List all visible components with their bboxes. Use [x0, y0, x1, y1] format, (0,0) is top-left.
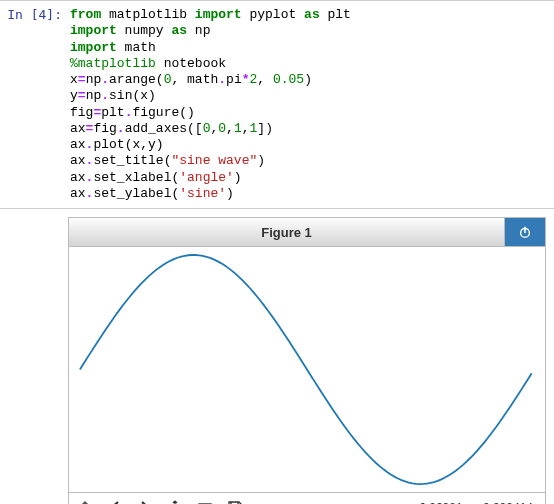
- pan-button[interactable]: [165, 498, 185, 505]
- figure-title: Figure 1: [69, 218, 505, 246]
- code-cell: In [4]: from matplotlib import pyplot as…: [0, 0, 554, 209]
- save-button[interactable]: [225, 498, 245, 505]
- stop-interaction-button[interactable]: [505, 218, 545, 246]
- arrow-left-icon: [107, 500, 123, 505]
- save-icon: [227, 500, 243, 505]
- figure-toolbar: x=6.36981 y=-0.902414: [68, 493, 546, 504]
- power-icon: [518, 225, 532, 239]
- code-input[interactable]: from matplotlib import pyplot as plt imp…: [70, 5, 554, 204]
- figure-header: Figure 1: [68, 217, 546, 247]
- move-icon: [167, 500, 183, 505]
- forward-button[interactable]: [135, 498, 155, 505]
- back-button[interactable]: [105, 498, 125, 505]
- input-prompt: In [4]:: [0, 5, 70, 204]
- figure-output: Figure 1 x=6.36981 y=-0.902414: [0, 209, 554, 504]
- home-button[interactable]: [75, 498, 95, 505]
- zoom-rect-icon: [197, 500, 213, 505]
- arrow-right-icon: [137, 500, 153, 505]
- zoom-button[interactable]: [195, 498, 215, 505]
- home-icon: [77, 500, 93, 505]
- figure-canvas[interactable]: [68, 247, 546, 493]
- sine-plot: [69, 247, 545, 492]
- cursor-coords: x=6.36981 y=-0.902414: [406, 501, 539, 505]
